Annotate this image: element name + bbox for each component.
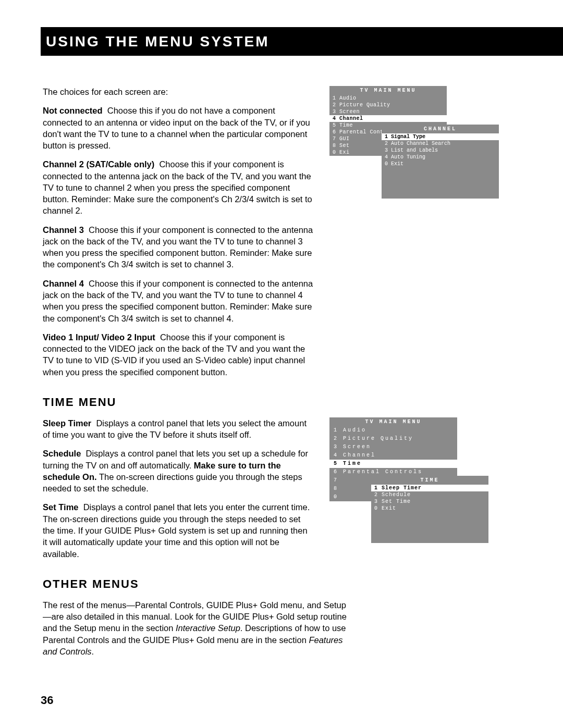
page-content: The choices for each screen are: Not con…: [43, 86, 522, 664]
option-not-connected: Not connected Choose this if you do not …: [43, 105, 314, 151]
menu-item: 2 Picture Quality: [329, 435, 457, 443]
option-video-input: Video 1 Input/ Video 2 Input Choose this…: [43, 331, 314, 378]
term: Channel 4: [43, 279, 84, 288]
submenu-item: 0 Exit: [371, 505, 488, 512]
term: Channel 3: [43, 225, 84, 235]
menu-item: 1 Audio: [329, 95, 447, 102]
body: .: [92, 647, 94, 656]
option-channel-4: Channel 4 Choose this if your component …: [43, 278, 314, 324]
submenu-item: 2 Auto Channel Search: [382, 140, 499, 147]
italic-ref: Interactive Setup: [176, 623, 240, 633]
submenu-item-selected: 1 Signal Type: [382, 133, 499, 140]
text-column-3: The rest of the menus—Parental Controls,…: [43, 599, 348, 657]
text-column-1: The choices for each screen are: Not con…: [43, 86, 314, 385]
term: Schedule: [43, 449, 81, 458]
submenu-item: 3 List and Labels: [382, 147, 499, 154]
page-number: 36: [41, 694, 53, 707]
submenu-item: 2 Schedule: [371, 491, 488, 498]
submenu-item: 3 Set Time: [371, 498, 488, 505]
term: Set Time: [43, 502, 78, 512]
time-submenu: TIME 1 Sleep Timer 2 Schedule 3 Set Time…: [371, 476, 488, 543]
heading-other-menus: Other Menus: [43, 577, 522, 591]
time-sleep-timer: Sleep Timer Displays a control panel tha…: [43, 417, 314, 441]
heading-time-menu: Time Menu: [43, 396, 522, 409]
menu-item: 3 Screen: [329, 443, 457, 451]
header-gap: [0, 27, 41, 56]
term: Channel 2 (SAT/Cable only): [43, 159, 154, 169]
menu-item: 1 Audio: [329, 426, 457, 435]
menu-item-selected: 4 Channel: [329, 115, 447, 122]
submenu-item-selected: 1 Sleep Timer: [371, 485, 488, 491]
term: Sleep Timer: [43, 418, 91, 428]
body: Displays a control panel that lets you e…: [43, 502, 310, 558]
menu-title: TV MAIN MENU: [329, 417, 457, 426]
menu-title: TV MAIN MENU: [329, 86, 447, 95]
option-channel-3: Channel 3 Choose this if your component …: [43, 224, 314, 270]
submenu-item: 4 Auto Tuning: [382, 154, 499, 161]
figure-time-menu: TV MAIN MENU 1 Audio 2 Picture Quality 3…: [329, 417, 517, 563]
submenu-title: TIME: [371, 476, 488, 485]
figure-channel-menu: TV MAIN MENU 1 Audio 2 Picture Quality 3…: [329, 86, 517, 227]
section-time-menu: Sleep Timer Displays a control panel tha…: [43, 417, 522, 567]
term: Not connected: [43, 106, 103, 115]
submenu-title: CHANNEL: [382, 125, 499, 133]
menu-item-selected: 5 Time: [329, 460, 457, 468]
header-bar: Using the Menu System: [0, 27, 563, 56]
section-channel-choices: The choices for each screen are: Not con…: [43, 86, 522, 385]
submenu-item: 0 Exit: [382, 161, 499, 167]
option-channel-2: Channel 2 (SAT/Cable only) Choose this i…: [43, 158, 314, 216]
other-menus-paragraph: The rest of the menus—Parental Controls,…: [43, 599, 348, 657]
menu-item: 2 Picture Quality: [329, 102, 447, 108]
intro-line: The choices for each screen are:: [43, 86, 314, 97]
time-set-time: Set Time Displays a control panel that l…: [43, 501, 314, 559]
text-column-2: Sleep Timer Displays a control panel tha…: [43, 417, 314, 567]
menu-item: 6 Parental Controls: [329, 468, 457, 476]
menu-item: 3 Screen: [329, 108, 447, 115]
time-schedule: Schedule Displays a control panel that l…: [43, 448, 314, 494]
channel-submenu: CHANNEL 1 Signal Type 2 Auto Channel Sea…: [382, 125, 499, 199]
term: Video 1 Input/ Video 2 Input: [43, 332, 155, 342]
menu-item: 4 Channel: [329, 451, 457, 460]
page-title: Using the Menu System: [41, 27, 280, 56]
